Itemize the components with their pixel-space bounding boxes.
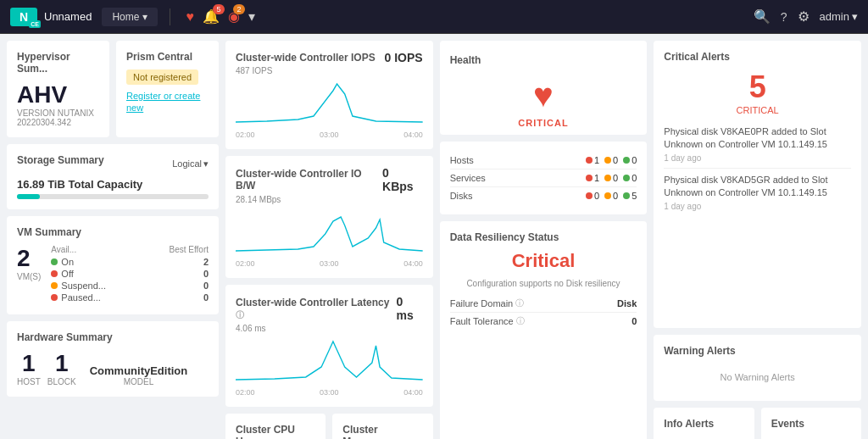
failure-domain-info-icon[interactable]: ⓘ — [515, 297, 524, 309]
fault-tolerance-value: 0 — [632, 316, 637, 326]
bottom-charts: Cluster CPU Us... 16.14% OF 16.79 GHz Cl… — [225, 414, 433, 439]
prism-status: Not registered — [126, 69, 198, 85]
host-count: 1 — [17, 350, 41, 377]
health-card: Health ♥ CRITICAL — [440, 41, 648, 135]
admin-menu[interactable]: admin ▾ — [820, 10, 858, 23]
hosts-red-indicator: 1 — [586, 155, 599, 165]
critical-alerts-label: CRITICAL — [664, 105, 851, 115]
prism-title: Prism Central — [126, 51, 209, 63]
alerts-column: Critical Alerts 5 CRITICAL Physical disk… — [654, 41, 861, 439]
info-events-row: Info Alerts No Info Alerts Events 29 EVE… — [654, 408, 861, 439]
critical-alerts-title: Critical Alerts — [664, 51, 851, 63]
latency-header: Cluster-wide Controller Latency ⓘ 0 ms — [236, 295, 423, 322]
nav-dropdown-icon[interactable]: ▾ — [248, 8, 255, 25]
bell-icon-btn[interactable]: 🔔 5 — [203, 8, 220, 25]
fault-tolerance-row: Fault Tolerance ⓘ 0 — [450, 313, 637, 330]
prism-register-link[interactable]: Register or create new — [126, 91, 200, 113]
health-heart-icon: ♥ — [533, 76, 554, 114]
home-button[interactable]: Home ▾ — [102, 8, 158, 26]
services-red-dot — [586, 175, 593, 181]
no-warning-alerts: No Warning Alerts — [664, 364, 851, 391]
iops-header: Cluster-wide Controller IOPS 0 IOPS — [236, 51, 423, 64]
nav-icons: ♥ 🔔 5 ◉ 2 ▾ — [186, 8, 255, 25]
help-icon[interactable]: ? — [781, 10, 787, 24]
storage-bar — [17, 194, 209, 199]
storage-card: Storage Summary Logical ▾ 16.89 TiB Tota… — [7, 144, 219, 209]
bell-badge: 5 — [213, 4, 225, 14]
circle-badge: 2 — [233, 4, 245, 14]
app-name: Unnamed — [44, 10, 92, 23]
vm-row-on: On 2 — [51, 257, 209, 267]
disks-red-dot — [586, 192, 593, 199]
latency-chart-card: Cluster-wide Controller Latency ⓘ 0 ms 4… — [225, 285, 433, 407]
nav-divider — [170, 8, 170, 25]
info-alerts-card: Info Alerts No Info Alerts — [654, 408, 754, 439]
vm-paused-dot — [51, 294, 58, 301]
memory-card: Cluster Memory... 21.89% OF 125.46 GiB — [332, 414, 432, 439]
resiliency-status: Critical — [450, 250, 637, 272]
iobw-chart-svg — [236, 204, 423, 255]
host-label: HOST — [17, 377, 41, 386]
iops-time-labels: 02:00 03:00 04:00 — [236, 131, 423, 139]
latency-value: 0 ms — [397, 295, 423, 322]
latency-time-labels: 02:00 03:00 04:00 — [236, 388, 423, 397]
health-hosts-indicators: 1 0 0 — [586, 155, 637, 165]
iobw-title: Cluster-wide Controller IO B/W — [236, 168, 382, 192]
search-icon[interactable]: 🔍 — [754, 8, 771, 25]
iobw-value: 0 KBps — [382, 166, 423, 193]
iobw-time-labels: 02:00 03:00 04:00 — [236, 259, 423, 268]
critical-alerts-count: 5 — [664, 69, 851, 105]
iobw-sub: 28.14 MBps — [236, 195, 423, 204]
settings-icon[interactable]: ⚙ — [798, 8, 810, 25]
cpu-title: Cluster CPU Us... — [236, 424, 315, 439]
vm-summary-card: VM Summary 2 VM(S) Avail... Best Effort … — [7, 216, 219, 314]
iops-value: 0 IOPS — [385, 51, 423, 64]
services-orange-dot — [604, 175, 611, 181]
health-disks-indicators: 0 0 5 — [586, 191, 637, 201]
health-icon-btn[interactable]: ♥ — [186, 9, 194, 25]
storage-capacity: 16.89 TiB Total Capacity — [17, 178, 209, 191]
hw-model-label: MODEL — [90, 377, 188, 386]
cpu-card: Cluster CPU Us... 16.14% OF 16.79 GHz — [225, 414, 326, 439]
critical-alert-time-2: 1 day ago — [664, 202, 851, 211]
vm-label: VM(S) — [17, 272, 41, 281]
critical-alert-text-1: Physical disk V8KAE0PR added to Slot Unk… — [664, 125, 851, 152]
latency-help-icon[interactable]: ⓘ — [236, 310, 244, 320]
critical-alerts-card: Critical Alerts 5 CRITICAL Physical disk… — [654, 41, 861, 328]
main-content: Hypervisor Sum... AHV VERSION NUTANIX 20… — [0, 34, 868, 439]
vm-count: 2 — [17, 245, 41, 272]
hypervisor-title: Hypervisor Sum... — [17, 51, 99, 75]
vm-row-suspend: Suspend... 0 — [51, 281, 209, 291]
health-details-card: Hosts 1 0 0 Service — [440, 142, 648, 214]
hypervisor-version: 20220304.342 — [17, 118, 99, 127]
events-title: Events — [771, 418, 851, 430]
hardware-card: Hardware Summary 1 HOST 1 BLOCK Communit… — [7, 321, 219, 397]
critical-alert-text-2: Physical disk V8KAD5GR added to Slot Unk… — [664, 174, 851, 200]
vm-rows: On 2 Off 0 Suspend... 0 — [51, 257, 209, 303]
resiliency-title: Data Resiliency Status — [450, 231, 637, 243]
iobw-header: Cluster-wide Controller IO B/W 0 KBps — [236, 166, 423, 193]
health-services-row: Services 1 0 0 — [450, 169, 637, 187]
vm-best-label: Best Effort — [169, 245, 209, 254]
iobw-chart-card: Cluster-wide Controller IO B/W 0 KBps 28… — [225, 156, 433, 278]
vm-title: VM Summary — [17, 226, 209, 238]
vm-row-off: Off 0 — [51, 269, 209, 279]
health-services-label: Services — [450, 173, 501, 183]
vm-avail-label: Avail... — [51, 245, 76, 254]
hosts-orange-indicator: 0 — [604, 155, 618, 165]
hw-model: CommunityEdition — [90, 364, 188, 377]
storage-dropdown[interactable]: Logical ▾ — [172, 158, 209, 169]
app-logo: N CE — [10, 8, 37, 26]
fault-tolerance-info-icon[interactable]: ⓘ — [516, 315, 525, 327]
critical-alert-item-2: Physical disk V8KAD5GR added to Slot Unk… — [664, 169, 851, 216]
health-hosts-label: Hosts — [450, 155, 501, 165]
iops-sub: 487 IOPS — [236, 66, 423, 75]
latency-chart-svg — [236, 333, 423, 384]
hardware-title: Hardware Summary — [17, 331, 209, 343]
charts-column: Cluster-wide Controller IOPS 0 IOPS 487 … — [225, 41, 433, 439]
health-title: Health — [450, 54, 637, 66]
circle-icon-btn[interactable]: ◉ 2 — [228, 8, 240, 25]
vm-suspend-dot — [51, 282, 58, 289]
warning-alerts-title: Warning Alerts — [664, 345, 851, 357]
iops-chart-card: Cluster-wide Controller IOPS 0 IOPS 487 … — [225, 41, 433, 149]
